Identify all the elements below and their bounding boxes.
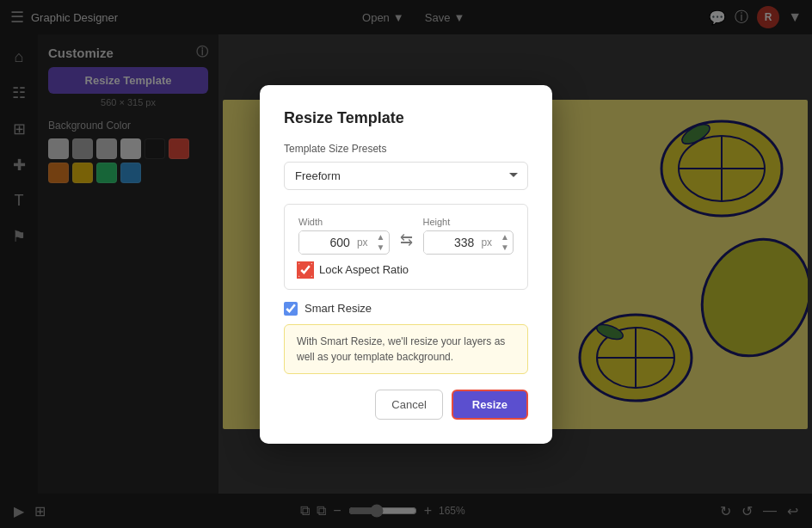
width-input[interactable] [299, 231, 357, 254]
height-label: Height [423, 217, 514, 227]
lock-aspect-ratio-checkbox[interactable] [298, 263, 312, 277]
preset-select[interactable]: Freeform [284, 162, 528, 190]
dimensions-row: Width px ▲ ▼ ⇆ Height px [298, 217, 514, 255]
resize-button[interactable]: Resize [452, 390, 528, 420]
modal-title: Resize Template [284, 109, 528, 127]
width-col: Width px ▲ ▼ [298, 217, 390, 255]
modal-actions: Cancel Resize [284, 390, 528, 420]
smart-resize-checkbox[interactable] [284, 302, 298, 316]
height-up-button[interactable]: ▲ [497, 232, 513, 243]
cancel-button[interactable]: Cancel [375, 390, 442, 420]
height-col: Height px ▲ ▼ [423, 217, 514, 255]
smart-resize-row: Smart Resize [284, 302, 528, 316]
resize-template-modal: Resize Template Template Size Presets Fr… [260, 85, 552, 444]
height-input-wrap: px ▲ ▼ [423, 230, 514, 255]
width-label: Width [298, 217, 390, 227]
modal-overlay: Resize Template Template Size Presets Fr… [0, 0, 812, 528]
dimensions-box: Width px ▲ ▼ ⇆ Height px [284, 204, 528, 290]
swap-icon[interactable]: ⇆ [400, 230, 413, 249]
width-down-button[interactable]: ▼ [373, 243, 389, 253]
lock-aspect-ratio-label[interactable]: Lock Aspect Ratio [319, 263, 409, 276]
preset-label: Template Size Presets [284, 143, 528, 155]
width-input-wrap: px ▲ ▼ [298, 230, 390, 255]
smart-resize-label[interactable]: Smart Resize [304, 302, 372, 315]
width-unit: px [357, 232, 373, 253]
height-down-button[interactable]: ▼ [497, 243, 513, 253]
smart-resize-info: With Smart Resize, we'll resize your lay… [284, 324, 528, 374]
height-unit: px [481, 232, 497, 253]
width-arrows: ▲ ▼ [373, 232, 389, 253]
height-input[interactable] [424, 231, 482, 254]
width-up-button[interactable]: ▲ [373, 232, 389, 243]
lock-aspect-ratio-row: Lock Aspect Ratio [298, 263, 514, 277]
height-arrows: ▲ ▼ [497, 232, 513, 253]
